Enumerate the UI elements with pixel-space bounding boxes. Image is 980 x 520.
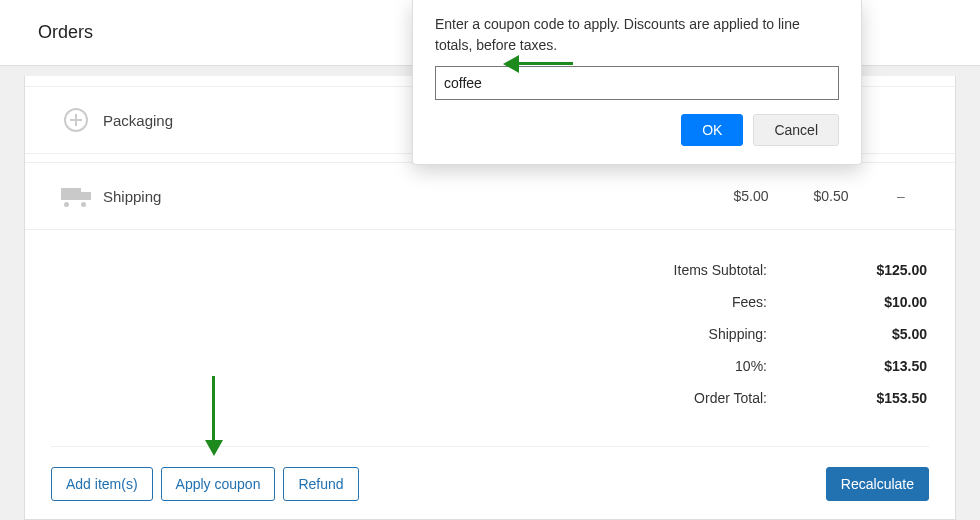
shipping-icon-col bbox=[49, 188, 103, 204]
shipping-dash: – bbox=[871, 188, 931, 204]
totals-row-subtotal: Items Subtotal: $125.00 bbox=[447, 254, 927, 286]
apply-coupon-button[interactable]: Apply coupon bbox=[161, 467, 276, 501]
fees-label: Fees: bbox=[732, 294, 767, 310]
recalculate-button[interactable]: Recalculate bbox=[826, 467, 929, 501]
tax-value: $13.50 bbox=[837, 358, 927, 374]
order-totals: Items Subtotal: $125.00 Fees: $10.00 Shi… bbox=[447, 254, 927, 414]
coupon-input[interactable] bbox=[435, 66, 839, 100]
totals-row-order-total: Order Total: $153.50 bbox=[447, 382, 927, 414]
shipping-total-label: Shipping: bbox=[709, 326, 767, 342]
page-title: Orders bbox=[38, 22, 93, 43]
shipping-total-value: $5.00 bbox=[837, 326, 927, 342]
totals-row-fees: Fees: $10.00 bbox=[447, 286, 927, 318]
annotation-arrow-left-icon bbox=[503, 55, 573, 73]
add-items-button[interactable]: Add item(s) bbox=[51, 467, 153, 501]
totals-row-tax: 10%: $13.50 bbox=[447, 350, 927, 382]
totals-row-shipping: Shipping: $5.00 bbox=[447, 318, 927, 350]
order-total-value: $153.50 bbox=[837, 390, 927, 406]
fees-value: $10.00 bbox=[837, 294, 927, 310]
cancel-button[interactable]: Cancel bbox=[753, 114, 839, 146]
ok-button[interactable]: OK bbox=[681, 114, 743, 146]
actions-row: Add item(s) Apply coupon Refund Recalcul… bbox=[51, 446, 929, 501]
shipping-tax: $0.50 bbox=[791, 188, 871, 204]
coupon-modal: Enter a coupon code to apply. Discounts … bbox=[412, 0, 862, 165]
modal-button-row: OK Cancel bbox=[435, 114, 839, 146]
annotation-arrow-down-icon bbox=[205, 376, 223, 456]
add-packaging-icon[interactable] bbox=[49, 108, 103, 132]
truck-icon bbox=[61, 188, 91, 204]
refund-button[interactable]: Refund bbox=[283, 467, 358, 501]
coupon-prompt: Enter a coupon code to apply. Discounts … bbox=[435, 14, 839, 56]
line-item-shipping: Shipping $5.00 $0.50 – bbox=[25, 162, 955, 230]
shipping-label: Shipping bbox=[103, 188, 711, 205]
subtotal-label: Items Subtotal: bbox=[674, 262, 767, 278]
subtotal-value: $125.00 bbox=[837, 262, 927, 278]
plus-icon bbox=[64, 108, 88, 132]
tax-label: 10%: bbox=[735, 358, 767, 374]
order-total-label: Order Total: bbox=[694, 390, 767, 406]
shipping-amount: $5.00 bbox=[711, 188, 791, 204]
